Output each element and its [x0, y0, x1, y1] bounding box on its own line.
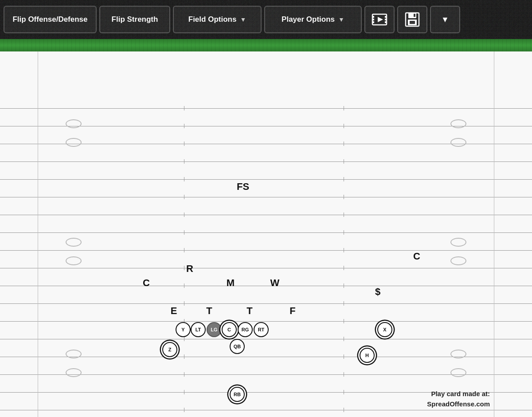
goal-post-top-right-2	[450, 138, 466, 147]
hash-mark	[184, 248, 184, 252]
hash-mark	[344, 319, 344, 323]
yard-line	[0, 179, 532, 180]
goal-post-top-left-2	[66, 138, 82, 147]
hash-mark	[344, 266, 344, 270]
flip-offense-defense-button[interactable]: Flip Offense/Defense	[4, 6, 97, 33]
player-M[interactable]: M	[227, 277, 235, 289]
player-W[interactable]: W	[270, 277, 280, 289]
player-options-button[interactable]: Player Options ▼	[264, 6, 362, 33]
player-circle-rt[interactable]: RT	[254, 322, 269, 337]
player-C-left[interactable]: C	[143, 277, 150, 289]
hash-mark	[344, 248, 344, 252]
svg-rect-1	[372, 16, 374, 18]
hash-mark	[344, 230, 344, 235]
player-circle-qb[interactable]: QB	[230, 339, 245, 354]
svg-rect-5	[385, 19, 387, 20]
player-T-right[interactable]: T	[246, 305, 252, 317]
watermark: Play card made at: SpreadOffense.com	[427, 389, 490, 409]
player-circle-rg[interactable]: RG	[238, 322, 253, 337]
hash-mark	[344, 390, 344, 394]
svg-rect-3	[372, 21, 374, 23]
hash-mark	[184, 337, 184, 341]
goal-post-mid-left-1	[66, 238, 82, 247]
svg-rect-11	[410, 21, 415, 24]
player-circle-lt[interactable]: LT	[191, 322, 206, 337]
more-options-button[interactable]: ▼	[430, 6, 460, 33]
player-F[interactable]: F	[289, 305, 295, 317]
yard-line	[0, 161, 532, 162]
film-icon	[372, 12, 387, 28]
svg-rect-12	[414, 14, 415, 17]
hash-mark	[184, 142, 184, 146]
yard-line	[0, 303, 532, 304]
player-E[interactable]: E	[171, 305, 177, 317]
hash-mark	[184, 159, 184, 164]
watermark-line1: Play card made at:	[427, 389, 490, 399]
hash-mark	[184, 301, 184, 306]
save-icon	[404, 12, 420, 28]
field-options-dropdown-arrow: ▼	[240, 16, 246, 23]
player-options-dropdown-arrow: ▼	[338, 16, 344, 23]
goal-post-bot-right-1	[450, 350, 466, 358]
hash-mark	[344, 337, 344, 341]
goal-post-mid-right-1	[450, 238, 466, 247]
hash-mark	[344, 177, 344, 181]
hash-mark	[344, 159, 344, 164]
hash-mark	[344, 106, 344, 110]
svg-marker-7	[378, 17, 383, 22]
field-options-button[interactable]: Field Options ▼	[173, 6, 262, 33]
goal-post-bot-left-1	[66, 350, 82, 358]
hash-mark	[344, 212, 344, 217]
player-dollar[interactable]: $	[375, 286, 380, 298]
svg-rect-4	[385, 16, 387, 18]
yard-line	[0, 268, 532, 268]
film-button[interactable]	[364, 6, 395, 33]
field-options-label: Field Options	[188, 15, 237, 24]
yard-line	[0, 410, 532, 410]
hash-mark	[184, 372, 184, 377]
hash-mark	[184, 177, 184, 181]
flip-str-label: Flip Strength	[112, 15, 158, 24]
toolbar: Flip Offense/Defense Flip Strength Field…	[0, 0, 532, 39]
hash-mark	[184, 408, 184, 412]
player-circle-z[interactable]: Z	[162, 342, 177, 357]
yard-line	[0, 321, 532, 322]
hash-mark	[344, 354, 344, 359]
yard-line	[0, 250, 532, 251]
hash-mark	[184, 230, 184, 235]
player-T-left[interactable]: T	[206, 305, 212, 317]
hash-mark	[184, 266, 184, 270]
player-R[interactable]: R	[186, 263, 193, 275]
hash-mark	[184, 212, 184, 217]
goal-post-bot-right-2	[450, 368, 466, 377]
hash-mark	[344, 301, 344, 306]
yard-line	[0, 232, 532, 233]
hash-mark	[184, 390, 184, 394]
svg-rect-6	[385, 21, 387, 23]
hash-mark	[184, 283, 184, 288]
hash-mark	[344, 408, 344, 412]
flip-od-label: Flip Offense/Defense	[12, 15, 87, 24]
sideline-left	[38, 51, 38, 417]
goal-post-mid-left-2	[66, 256, 82, 265]
player-FS[interactable]: FS	[237, 181, 249, 193]
player-C-right[interactable]: C	[413, 251, 420, 262]
yard-line	[0, 197, 532, 197]
player-options-label: Player Options	[282, 15, 335, 24]
player-circle-h[interactable]: H	[360, 348, 375, 363]
player-circle-y[interactable]: Y	[176, 322, 191, 337]
player-circle-rb[interactable]: RB	[230, 387, 245, 402]
more-options-arrow: ▼	[441, 15, 449, 24]
player-circle-lg[interactable]: LG	[207, 322, 222, 337]
save-button[interactable]	[397, 6, 427, 33]
hash-mark	[184, 124, 184, 128]
goal-post-top-right-1	[450, 119, 466, 128]
player-circle-c[interactable]: C	[222, 322, 237, 337]
watermark-line2: SpreadOffense.com	[427, 399, 490, 409]
flip-strength-button[interactable]: Flip Strength	[99, 6, 170, 33]
hash-mark	[184, 354, 184, 359]
svg-rect-2	[372, 19, 374, 20]
goal-post-top-left-1	[66, 119, 82, 128]
player-circle-x[interactable]: X	[377, 322, 392, 337]
yard-line	[0, 108, 532, 109]
